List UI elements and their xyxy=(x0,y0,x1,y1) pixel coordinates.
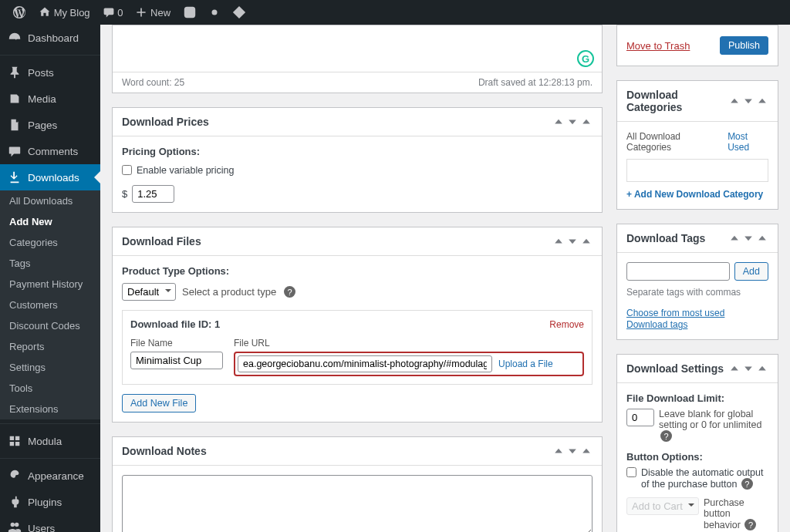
sidebar-item-posts[interactable]: Posts xyxy=(0,59,100,86)
help-icon[interactable]: ? xyxy=(284,286,295,298)
chevron-down-icon[interactable] xyxy=(566,445,579,457)
tag-input[interactable] xyxy=(626,262,730,281)
media-icon xyxy=(8,92,22,106)
sidebar-sub-customers[interactable]: Customers xyxy=(0,295,100,315)
add-tag-button[interactable]: Add xyxy=(734,262,768,281)
sidebar-item-label: Media xyxy=(28,93,56,105)
sidebar-item-users[interactable]: Users xyxy=(0,515,100,532)
chevron-down-icon[interactable] xyxy=(742,232,755,244)
product-type-options-label: Product Type Options: xyxy=(122,265,592,277)
download-prices-panel: Download Prices Pricing Options: Enable … xyxy=(112,107,603,213)
page-icon xyxy=(8,118,22,132)
chevron-down-icon[interactable] xyxy=(566,235,579,247)
move-to-trash-link[interactable]: Move to Trash xyxy=(626,40,690,52)
sidebar-sub-payment-history[interactable]: Payment History xyxy=(0,274,100,295)
file-name-input[interactable] xyxy=(130,352,223,369)
collapse-icon[interactable] xyxy=(580,235,592,247)
add-category-link[interactable]: + Add New Download Category xyxy=(626,189,763,200)
collapse-icon[interactable] xyxy=(756,232,768,244)
appearance-icon xyxy=(8,469,22,483)
help-icon[interactable]: ? xyxy=(660,430,672,442)
chevron-down-icon[interactable] xyxy=(566,116,579,128)
sidebar-item-media[interactable]: Media xyxy=(0,86,100,112)
help-icon[interactable]: ? xyxy=(744,519,756,530)
word-count: Word count: 25 xyxy=(122,77,184,88)
modula-icon xyxy=(8,434,22,448)
sidebar-item-label: Comments xyxy=(28,146,78,157)
chevron-down-icon[interactable] xyxy=(742,95,755,107)
site-name: My Blog xyxy=(54,7,90,19)
currency-symbol: $ xyxy=(122,188,127,200)
sidebar-sub-extensions[interactable]: Extensions xyxy=(0,399,100,419)
download-settings-panel: Download Settings File Download Limit: L… xyxy=(616,354,778,532)
enable-variable-pricing-checkbox[interactable] xyxy=(122,165,132,175)
sidebar-item-downloads[interactable]: Downloads xyxy=(0,164,100,190)
yoast-topbar-icon[interactable] xyxy=(177,0,203,25)
collapse-icon[interactable] xyxy=(756,362,768,375)
sidebar-sub-discount-codes[interactable]: Discount Codes xyxy=(0,315,100,336)
product-type-hint: Select a product type xyxy=(182,286,276,298)
new-content[interactable]: New xyxy=(129,0,177,25)
download-icon xyxy=(8,170,22,184)
panel-title: Download Files xyxy=(122,235,201,247)
chevron-up-icon[interactable] xyxy=(552,445,565,457)
editor-box: G Word count: 25 Draft saved at 12:28:13… xyxy=(112,25,603,93)
sidebar-item-appearance[interactable]: Appearance xyxy=(0,463,100,489)
purchase-behavior-select: Add to Cart xyxy=(626,497,699,515)
topbar-diamond-icon[interactable] xyxy=(226,0,252,25)
sidebar-sub-reports[interactable]: Reports xyxy=(0,336,100,357)
choose-tags-link[interactable]: Choose from most used Download tags xyxy=(626,308,724,330)
wp-logo[interactable] xyxy=(6,0,32,25)
sidebar-item-plugins[interactable]: Plugins xyxy=(0,489,100,515)
sidebar-sub-add-new[interactable]: Add New xyxy=(0,211,100,232)
sidebar-sub-settings[interactable]: Settings xyxy=(0,357,100,378)
sidebar-item-label: Users xyxy=(28,523,55,533)
admin-sidebar: DashboardPostsMediaPagesCommentsDownload… xyxy=(0,25,100,532)
file-limit-input[interactable] xyxy=(626,409,654,426)
topbar-dot-icon[interactable] xyxy=(203,0,226,25)
collapse-icon[interactable] xyxy=(756,95,768,107)
product-type-select[interactable]: Default xyxy=(122,283,176,301)
publish-panel: Move to Trash Publish xyxy=(616,25,778,66)
help-icon[interactable]: ? xyxy=(741,478,753,490)
chevron-up-icon[interactable] xyxy=(728,362,741,375)
chevron-down-icon[interactable] xyxy=(742,362,755,375)
sidebar-item-pages[interactable]: Pages xyxy=(0,112,100,138)
site-home[interactable]: My Blog xyxy=(32,0,96,25)
remove-file-link[interactable]: Remove xyxy=(549,319,584,330)
disable-purchase-button-checkbox[interactable] xyxy=(626,467,636,477)
sidebar-sub-categories[interactable]: Categories xyxy=(0,232,100,253)
new-label: New xyxy=(150,7,170,19)
publish-button[interactable]: Publish xyxy=(720,36,768,55)
sidebar-item-dashboard[interactable]: Dashboard xyxy=(0,25,100,51)
chevron-up-icon[interactable] xyxy=(728,95,741,107)
enable-variable-label: Enable variable pricing xyxy=(137,165,234,176)
admin-topbar: My Blog 0 New xyxy=(0,0,790,25)
sidebar-sub-all-downloads[interactable]: All Downloads xyxy=(0,190,100,211)
download-file-id: Download file ID: 1 xyxy=(130,318,220,330)
chevron-up-icon[interactable] xyxy=(728,232,741,244)
sidebar-sub-tags[interactable]: Tags xyxy=(0,253,100,274)
categories-list xyxy=(626,159,768,182)
grammarly-icon[interactable]: G xyxy=(577,50,594,67)
dashboard-icon xyxy=(8,31,22,45)
add-new-file-button[interactable]: Add New File xyxy=(122,394,196,412)
collapse-icon[interactable] xyxy=(580,116,592,128)
comments-bubble[interactable]: 0 xyxy=(96,0,130,25)
sidebar-item-comments[interactable]: Comments xyxy=(0,138,100,164)
chevron-up-icon[interactable] xyxy=(552,116,565,128)
download-notes-panel: Download Notes Special notes or instruct… xyxy=(112,436,603,532)
notes-textarea[interactable] xyxy=(122,475,592,532)
download-files-panel: Download Files Product Type Options: Def… xyxy=(112,227,603,423)
file-url-input[interactable] xyxy=(238,355,492,372)
chevron-up-icon[interactable] xyxy=(552,235,565,247)
price-input[interactable] xyxy=(132,185,174,203)
tab-all-categories[interactable]: All Download Categories xyxy=(626,131,720,153)
sidebar-item-modula[interactable]: Modula xyxy=(0,428,100,454)
editor-content[interactable]: G xyxy=(113,25,602,72)
sidebar-sub-tools[interactable]: Tools xyxy=(0,378,100,399)
tab-most-used[interactable]: Most Used xyxy=(728,131,768,153)
upload-file-link[interactable]: Upload a File xyxy=(498,359,553,369)
collapse-icon[interactable] xyxy=(580,445,592,457)
pricing-options-label: Pricing Options: xyxy=(122,146,592,157)
